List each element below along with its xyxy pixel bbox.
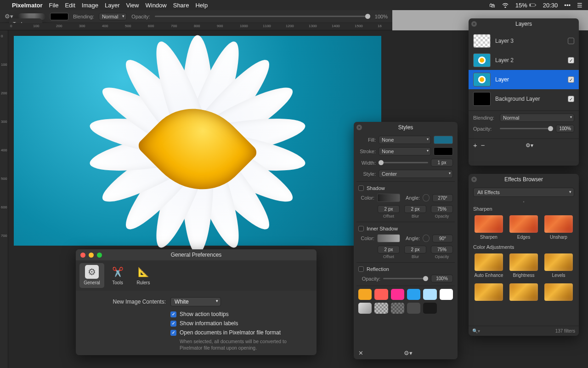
menu-share[interactable]: Share [173, 2, 189, 9]
menu-file[interactable]: File [49, 2, 58, 9]
effect-edges[interactable]: Edges [508, 215, 539, 240]
layer-row[interactable]: Background Layer✓ [469, 89, 579, 109]
inner-offset[interactable]: 2 px [378, 246, 400, 253]
styles-gear-icon[interactable]: ⚙▾ [404, 350, 413, 356]
stroke-swatch[interactable] [434, 147, 453, 155]
menu-window[interactable]: Window [145, 2, 166, 9]
shadow-blur[interactable]: 2 px [404, 205, 426, 213]
check-info-labels[interactable]: ✓Show information labels [170, 320, 305, 327]
effects-search[interactable]: 🔍▾ [472, 328, 480, 334]
layer-row[interactable]: Layer 2✓ [469, 51, 579, 70]
pref-close[interactable] [80, 253, 85, 258]
color-swatch[interactable] [50, 13, 68, 20]
width-value[interactable]: 1 px [431, 159, 453, 167]
layer-row[interactable]: Layer 3 [469, 31, 579, 51]
wifi-icon[interactable] [502, 2, 509, 8]
layer-visibility[interactable]: ✓ [568, 57, 574, 63]
inner-shadow-checkbox[interactable] [358, 226, 364, 231]
inner-opacity[interactable]: 75% [431, 246, 453, 253]
effect-unsharp[interactable]: Unsharp [543, 215, 574, 240]
menubar-app[interactable]: Pixelmator [12, 2, 42, 9]
inner-angle-dial[interactable] [423, 235, 430, 242]
style-swatch[interactable] [374, 303, 388, 314]
shadow-opacity[interactable]: 75% [431, 205, 453, 213]
check-open-pxm[interactable]: ✓Open documents in Pixelmator file forma… [170, 329, 305, 336]
fill-select[interactable]: None [379, 136, 431, 144]
pref-tab-general[interactable]: ⚙General [79, 263, 104, 288]
fill-swatch[interactable] [434, 136, 453, 144]
effects-filter-select[interactable]: All Effects [473, 188, 574, 197]
stroke-select[interactable]: None [379, 147, 431, 155]
styles-close[interactable]: × [356, 125, 362, 130]
clock[interactable]: 20:30 [543, 2, 558, 9]
layer-remove[interactable]: − [481, 141, 485, 149]
pref-tab-rulers[interactable]: 📐Rulers [131, 263, 156, 288]
canvas[interactable] [8, 30, 392, 264]
style-swatch[interactable] [407, 303, 420, 314]
layer-list: Layer 3Layer 2✓Layer✓Background Layer✓ [469, 29, 579, 110]
layer-opacity-slider[interactable] [500, 128, 553, 129]
overflow-icon[interactable]: ••• [564, 2, 571, 9]
shadow-offset[interactable]: 2 px [378, 205, 400, 213]
new-image-select[interactable]: White [170, 297, 221, 306]
shadow-color[interactable] [377, 194, 400, 202]
pref-minimize[interactable] [89, 253, 94, 258]
layer-visibility[interactable]: ✓ [568, 96, 574, 102]
list-icon[interactable]: ☰ [577, 2, 582, 9]
effect-extra-1[interactable] [473, 283, 504, 301]
menu-view[interactable]: View [126, 2, 139, 9]
stroke-style-select[interactable]: Center [379, 170, 453, 178]
inner-angle[interactable]: 90° [432, 235, 453, 242]
reflection-value[interactable]: 100% [431, 275, 453, 282]
layer-visibility[interactable] [568, 38, 574, 44]
layer-gear-icon[interactable]: ⚙▾ [526, 142, 533, 149]
style-swatch[interactable] [423, 303, 436, 314]
reflection-slider[interactable] [383, 278, 428, 279]
effect-extra-2[interactable] [508, 283, 539, 301]
style-swatch[interactable] [391, 303, 404, 314]
style-swatch[interactable] [423, 289, 436, 300]
styles-clear[interactable]: ✕ [358, 350, 363, 356]
shadow-angle-dial[interactable] [423, 194, 430, 201]
style-swatch[interactable] [407, 289, 420, 300]
effect-sharpen[interactable]: Sharpen [473, 215, 504, 240]
inner-color[interactable] [377, 234, 400, 242]
shadow-angle[interactable]: 270° [432, 194, 453, 202]
effect-brightness[interactable]: Brightness [508, 253, 539, 278]
menubar: Pixelmator File Edit Image Layer View Wi… [0, 0, 588, 10]
style-presets [358, 289, 453, 314]
inner-blur[interactable]: 2 px [404, 246, 426, 253]
style-swatch[interactable] [358, 289, 372, 300]
layer-row[interactable]: Layer✓ [469, 70, 579, 89]
blending-select[interactable]: Normal [99, 13, 127, 20]
opacity-slider[interactable] [155, 16, 370, 17]
menu-edit[interactable]: Edit [65, 2, 75, 9]
style-swatch[interactable] [374, 289, 388, 300]
pref-tab-tools[interactable]: ✂️Tools [105, 263, 130, 288]
battery-percent: 15% [515, 2, 527, 9]
menu-image[interactable]: Image [82, 2, 98, 9]
style-swatch[interactable] [391, 289, 404, 300]
battery-status[interactable]: 15% [515, 2, 537, 9]
shadow-checkbox[interactable] [358, 185, 364, 191]
style-swatch[interactable] [440, 289, 453, 300]
menu-layer[interactable]: Layer [105, 2, 120, 9]
check-tooltips[interactable]: ✓Show action tooltips [170, 311, 305, 317]
preferences-titlebar[interactable]: General Preferences [76, 249, 317, 260]
pref-window-controls [80, 253, 102, 258]
effect-levels[interactable]: Levels [543, 253, 574, 278]
style-swatch[interactable] [358, 303, 372, 314]
layer-add[interactable]: + [473, 141, 477, 149]
pref-zoom[interactable] [97, 253, 102, 258]
layer-visibility[interactable]: ✓ [568, 76, 574, 83]
effect-auto-enhance[interactable]: Auto Enhance [473, 253, 504, 278]
menu-extra-icon[interactable]: 🛍 [489, 2, 495, 9]
layer-blending-select[interactable]: Normal [500, 114, 574, 122]
styles-title: Styles [398, 124, 413, 131]
width-slider[interactable] [379, 162, 428, 163]
effect-extra-3[interactable] [543, 283, 574, 301]
layers-close[interactable]: × [471, 21, 477, 27]
effects-close[interactable]: × [471, 177, 477, 182]
reflection-checkbox[interactable] [358, 266, 364, 272]
menu-help[interactable]: Help [195, 2, 208, 9]
